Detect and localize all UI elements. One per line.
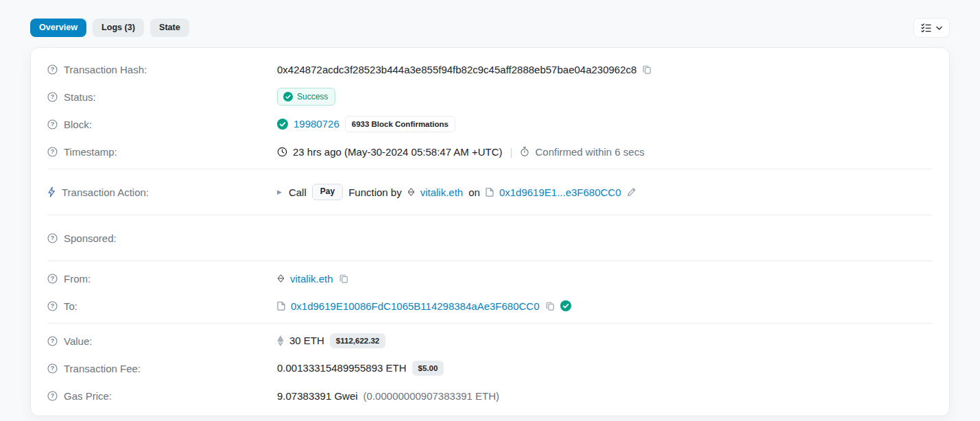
transaction-action-label: Transaction Action:	[62, 187, 149, 198]
row-sponsored: ? Sponsored:	[47, 224, 933, 252]
fee-usd-badge: $5.00	[412, 361, 444, 376]
transaction-hash-value: 0x424872acdc3f28523b444a3e855f94fb82c9c4…	[277, 64, 636, 75]
row-transaction-hash: ? Transaction Hash: 0x424872acdc3f28523b…	[47, 56, 933, 83]
action-method-badge: Pay	[312, 184, 343, 200]
value-label-cell: ? Value:	[47, 335, 277, 347]
transaction-fee-label: Transaction Fee:	[64, 363, 141, 374]
top-bar: Overview Logs (3) State	[0, 0, 980, 38]
bolt-icon	[47, 187, 56, 197]
fee-label-cell: ? Transaction Fee:	[47, 363, 277, 374]
status-badge-text: Success	[297, 93, 328, 101]
from-address-link[interactable]: vitalik.eth	[290, 273, 333, 285]
help-icon[interactable]: ?	[47, 64, 58, 75]
transaction-fee-amount: 0.00133315489955893 ETH	[277, 362, 407, 374]
tab-state[interactable]: State	[150, 19, 189, 37]
group-value-fee-gas: ? Value: 30 ETH $112,622.32 ? Transactio…	[47, 324, 933, 413]
display-options-button[interactable]	[913, 18, 950, 38]
action-sender-link[interactable]: vitalik.eth	[420, 187, 464, 198]
action-on-text: on	[468, 187, 480, 198]
svg-text:?: ?	[51, 93, 54, 100]
transaction-action-label-cell: Transaction Action:	[47, 187, 277, 198]
status-label-cell: ? Status:	[47, 91, 277, 103]
row-status: ? Status: Success	[47, 83, 933, 110]
timestamp-value: 23 hrs ago (May-30-2024 05:58:47 AM +UTC…	[293, 146, 503, 158]
svg-text:?: ?	[51, 121, 54, 128]
svg-text:?: ?	[51, 337, 54, 344]
gas-price-gwei: 9.07383391 Gwei	[277, 390, 358, 402]
copy-hash-button[interactable]	[642, 64, 652, 75]
status-label: Status:	[64, 91, 96, 103]
svg-text:?: ?	[51, 392, 54, 399]
row-transaction-fee: ? Transaction Fee: 0.00133315489955893 E…	[47, 354, 933, 382]
eth-diamond-icon	[277, 274, 285, 282]
edit-pencil-icon[interactable]	[627, 187, 636, 197]
gas-price-label: Gas Price:	[64, 390, 112, 402]
action-call-text: Call	[289, 187, 307, 198]
status-badge: Success	[277, 88, 335, 106]
block-confirmations-badge: 6933 Block Confirmations	[345, 116, 455, 133]
svg-text:?: ?	[51, 66, 54, 73]
copy-from-button[interactable]	[339, 274, 348, 284]
value-usd-badge: $112,622.32	[330, 333, 385, 349]
list-check-icon	[921, 23, 931, 32]
tab-list: Overview Logs (3) State	[30, 19, 189, 37]
help-icon[interactable]: ?	[47, 363, 58, 374]
confirmed-within-text: Confirmed within 6 secs	[535, 146, 644, 158]
svg-text:?: ?	[51, 302, 54, 309]
tab-overview[interactable]: Overview	[30, 19, 86, 37]
to-label-cell: ? To:	[47, 300, 277, 312]
sponsored-label: Sponsored:	[64, 232, 117, 244]
svg-text:?: ?	[51, 365, 54, 372]
group-from-to: ? From: vitalik.eth ? To:	[47, 261, 933, 323]
row-timestamp: ? Timestamp: 23 hrs ago (May-30-2024 05:…	[47, 138, 933, 165]
clock-icon	[277, 147, 287, 157]
gas-price-eth: (0.00000000907383391 ETH)	[363, 390, 500, 402]
copy-to-button[interactable]	[545, 301, 555, 311]
help-icon[interactable]: ?	[47, 391, 58, 401]
svg-text:?: ?	[51, 234, 54, 241]
tab-logs[interactable]: Logs (3)	[93, 19, 144, 37]
row-gas-price: ? Gas Price: 9.07383391 Gwei (0.00000000…	[47, 382, 933, 409]
row-value: ? Value: 30 ETH $112,622.32	[47, 327, 933, 354]
svg-text:?: ?	[51, 275, 54, 282]
transaction-hash-label-cell: ? Transaction Hash:	[47, 64, 277, 75]
chevron-down-icon	[936, 26, 942, 30]
group-sponsored: ? Sponsored:	[47, 215, 933, 261]
help-icon[interactable]: ?	[47, 119, 58, 130]
block-number-link[interactable]: 19980726	[294, 118, 339, 130]
check-circle-icon	[277, 119, 288, 130]
check-circle-icon	[560, 300, 571, 311]
sponsored-label-cell: ? Sponsored:	[47, 232, 277, 244]
transaction-hash-label: Transaction Hash:	[64, 64, 147, 75]
eth-diamond-icon	[407, 188, 415, 196]
value-amount: 30 ETH	[289, 335, 324, 346]
transaction-details-card: ? Transaction Hash: 0x424872acdc3f28523b…	[30, 47, 950, 416]
svg-text:?: ?	[51, 148, 54, 155]
timestamp-separator: |	[510, 146, 513, 158]
to-address-link[interactable]: 0x1d9619E10086FdC1065B114298384aAe3F680C…	[291, 300, 540, 312]
action-contract-link[interactable]: 0x1d9619E1...e3F680CC0	[499, 187, 621, 198]
row-block: ? Block: 19980726 6933 Block Confirmatio…	[47, 110, 933, 138]
help-icon[interactable]: ?	[47, 92, 58, 102]
group-overview-top: ? Transaction Hash: 0x424872acdc3f28523b…	[47, 52, 933, 169]
to-label: To:	[64, 300, 77, 312]
help-icon[interactable]: ?	[47, 336, 58, 346]
row-transaction-action: Transaction Action: ▶ Call Pay Function …	[47, 178, 933, 206]
row-to: ? To: 0x1d9619E10086FdC1065B114298384aAe…	[47, 292, 933, 320]
group-transaction-action: Transaction Action: ▶ Call Pay Function …	[47, 169, 933, 215]
help-icon[interactable]: ?	[47, 233, 58, 243]
ethereum-logo-icon	[277, 335, 284, 346]
help-icon[interactable]: ?	[47, 301, 58, 311]
contract-document-icon	[277, 301, 285, 311]
check-circle-icon	[283, 92, 293, 101]
value-label: Value:	[64, 335, 92, 347]
help-icon[interactable]: ?	[47, 147, 58, 157]
action-function-by-text: Function by	[348, 187, 402, 198]
block-label-cell: ? Block:	[47, 119, 277, 130]
caret-right-icon[interactable]: ▶	[277, 189, 282, 195]
from-label: From:	[64, 273, 91, 285]
block-label: Block:	[64, 119, 92, 130]
stopwatch-icon	[520, 146, 529, 157]
help-icon[interactable]: ?	[47, 274, 58, 284]
timestamp-label-cell: ? Timestamp:	[47, 146, 277, 158]
